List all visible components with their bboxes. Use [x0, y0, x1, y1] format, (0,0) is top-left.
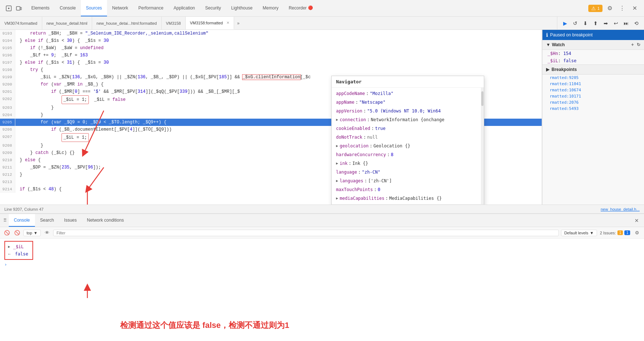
- nav-prop-cookieenabled: cookieEnabled: true: [332, 124, 484, 133]
- code-line-9195: 9195 if (!_$aW) _$aW = undefined: [0, 44, 542, 52]
- info-badge: 1: [624, 230, 630, 235]
- tab-network[interactable]: Network: [107, 0, 133, 16]
- bottom-tabs: ⠿ Console Search Issues Network conditio…: [0, 214, 644, 227]
- tab-lighthouse[interactable]: Lighthouse: [226, 0, 258, 16]
- more-tabs-icon[interactable]: »: [234, 21, 242, 26]
- device-toggle-icon[interactable]: [15, 4, 23, 13]
- annotation-text: 检测通过这个值应该是 false，检测不通过则为1: [120, 320, 289, 331]
- levels-chevron-icon: ▼: [590, 231, 594, 235]
- bottom-tab-network-conditions[interactable]: Network conditions: [82, 214, 129, 227]
- console-false-entry: ← false: [8, 250, 28, 258]
- eye-icon[interactable]: 👁: [43, 229, 51, 237]
- step-btn[interactable]: ➡: [601, 19, 611, 28]
- close-devtools-icon[interactable]: ✕: [629, 3, 640, 13]
- tab-recorder[interactable]: Recorder 🔴: [284, 0, 318, 16]
- paused-breakpoint-banner: ℹ Paused on breakpoint: [542, 30, 644, 40]
- code-line-9194: 9194 } else if (_$1s < 30) { _$1s = 30: [0, 37, 542, 44]
- step-over-btn[interactable]: ↺: [570, 19, 580, 28]
- line-col-status: Line 9207, Column 47: [4, 207, 44, 211]
- tooltip-scrollbar[interactable]: [481, 88, 484, 204]
- warn-badge: 1: [617, 230, 623, 235]
- tab-security[interactable]: Security: [200, 0, 226, 16]
- tab-performance[interactable]: Performance: [133, 0, 169, 16]
- bottom-panel: ⠿ Console Search Issues Network conditio…: [0, 213, 644, 286]
- nav-prop-languages[interactable]: ▶languages: ['zh-CN']: [332, 177, 484, 185]
- tab-sources[interactable]: Sources: [81, 0, 107, 16]
- bp-item-11041[interactable]: rmatted:11041: [542, 81, 644, 87]
- bp-item-2076[interactable]: rmatted:2076: [542, 99, 644, 106]
- nav-prop-appname: appName: "Netscape": [332, 98, 484, 107]
- console-filter-input[interactable]: [53, 230, 559, 236]
- nav-right-actions: ⚠ 1 ⚙ ⋮ ✕: [588, 3, 643, 13]
- nav-prop-connection[interactable]: ▶connection: NetworkInformation {onchang…: [332, 115, 484, 124]
- navigator-tooltip-body: appCodeName: "Mozilla" appName: "Netscap…: [332, 88, 484, 204]
- more-options-icon[interactable]: ⋮: [617, 3, 627, 13]
- default-levels-btn[interactable]: Default levels ▼: [561, 230, 597, 236]
- file-tab-vm3158[interactable]: VM3158: [162, 17, 186, 29]
- console-prompt-line: ›: [4, 261, 640, 268]
- watch-item-il: _$iL: false: [542, 57, 644, 64]
- issues-counter: 2 Issues: 1 1: [600, 230, 630, 235]
- svg-rect-3: [20, 7, 21, 10]
- watch-header[interactable]: ▼ Watch + ↻: [542, 40, 644, 50]
- filter-toggle-icon[interactable]: 🚫: [13, 229, 21, 237]
- clear-console-icon[interactable]: 🚫: [3, 229, 11, 237]
- code-line-9196: 9196 _$Lf += 9; _$Lf = 163: [0, 52, 542, 59]
- source-link[interactable]: new_house_detail.h...: [601, 207, 640, 211]
- nav-prop-language: language: "zh-CN": [332, 168, 484, 177]
- file-tab-new-house[interactable]: new_house_detail.html: [42, 17, 92, 29]
- bottom-tab-console[interactable]: Console: [9, 214, 35, 227]
- svg-point-1: [8, 8, 9, 9]
- close-bottom-panel-icon[interactable]: ✕: [631, 218, 643, 223]
- step-out-btn[interactable]: ⬆: [591, 19, 600, 28]
- bottom-tab-issues[interactable]: Issues: [59, 214, 82, 227]
- nav-prop-appcodename: appCodeName: "Mozilla": [332, 89, 484, 98]
- tab-console[interactable]: Console: [55, 0, 81, 16]
- svg-rect-2: [16, 7, 20, 10]
- tab-application[interactable]: Application: [169, 0, 200, 16]
- bp-item-9205[interactable]: rmatted:9205: [542, 75, 644, 81]
- console-toolbar: 🚫 🚫 top ▼ 👁 Default levels ▼ 2 Issues: 1…: [0, 227, 644, 239]
- nav-prop-donottrack: doNotTrack: null: [332, 133, 484, 142]
- dont-pause-btn[interactable]: ⟲: [632, 19, 641, 28]
- breakpoints-header[interactable]: ▶ Breakpoints: [542, 65, 644, 75]
- inspect-icon[interactable]: [4, 4, 13, 13]
- console-settings-icon[interactable]: ⚙: [633, 229, 641, 237]
- nav-prop-mediacapabilities[interactable]: ▶mediaCapabilities: MediaCapabilities {}: [332, 194, 484, 203]
- nav-prop-geolocation[interactable]: ▶geolocation: Geolocation {}: [332, 142, 484, 150]
- nav-prop-ink[interactable]: ▶ink: Ink {}: [332, 159, 484, 168]
- bp-item-10171[interactable]: rmatted:10171: [542, 93, 644, 99]
- watch-add-icon[interactable]: +: [631, 42, 634, 47]
- code-line-9197: 9197 } else if (_$1s < 31) { _$1s = 30: [0, 59, 542, 66]
- console-entry-wrapper: ▶ _$iL ← false: [4, 241, 640, 260]
- status-bar: Line 9207, Column 47 new_house_detail.h.…: [0, 205, 644, 213]
- tab-elements[interactable]: Elements: [26, 0, 55, 16]
- deactivate-breakpoints-btn[interactable]: ⏭: [621, 19, 631, 28]
- nav-left-icons: [1, 4, 26, 13]
- resume-btn[interactable]: ▶: [560, 19, 570, 28]
- breakpoints-list: rmatted:9205 rmatted:11041 rmatted:10674…: [542, 75, 644, 112]
- bottom-panel-drag-icon[interactable]: ⠿: [1, 214, 9, 227]
- settings-icon[interactable]: ⚙: [605, 3, 615, 13]
- bottom-tab-search[interactable]: Search: [35, 214, 59, 227]
- tab-memory[interactable]: Memory: [258, 0, 284, 16]
- nav-prop-hardwareconcurrency: hardwareConcurrency: 8: [332, 150, 484, 159]
- watch-actions[interactable]: + ↻: [631, 42, 640, 47]
- file-tab-vm3074[interactable]: VM3074:formatted: [0, 17, 42, 29]
- bp-item-10674[interactable]: rmatted:10674: [542, 87, 644, 93]
- file-tab-new-house-formatted[interactable]: new_house_detai...html:formatted: [92, 17, 162, 29]
- expand-il-icon[interactable]: ▶: [8, 243, 10, 250]
- right-panel: ℹ Paused on breakpoint ▼ Watch + ↻ _$Hn:…: [542, 30, 644, 205]
- step-backwards-btn[interactable]: ↩: [611, 19, 621, 28]
- close-tab-icon[interactable]: ✕: [226, 21, 229, 25]
- bp-item-5493[interactable]: rmatted:5493: [542, 106, 644, 112]
- status-right: new_house_detail.h...: [601, 207, 640, 211]
- watch-refresh-icon[interactable]: ↻: [637, 42, 640, 47]
- issues-badge-btn[interactable]: ⚠ 1: [588, 5, 602, 12]
- tooltip-bottom-scrollbar[interactable]: [332, 204, 484, 205]
- context-selector[interactable]: top ▼: [23, 230, 41, 236]
- step-into-btn[interactable]: ⬇: [581, 19, 590, 28]
- watch-section: ▼ Watch + ↻ _$Hn: 154 _$iL: false: [542, 40, 644, 65]
- file-tab-vm3158-formatted[interactable]: VM3158:formatted ✕: [186, 17, 234, 29]
- prompt-chevron-icon: ›: [4, 262, 7, 267]
